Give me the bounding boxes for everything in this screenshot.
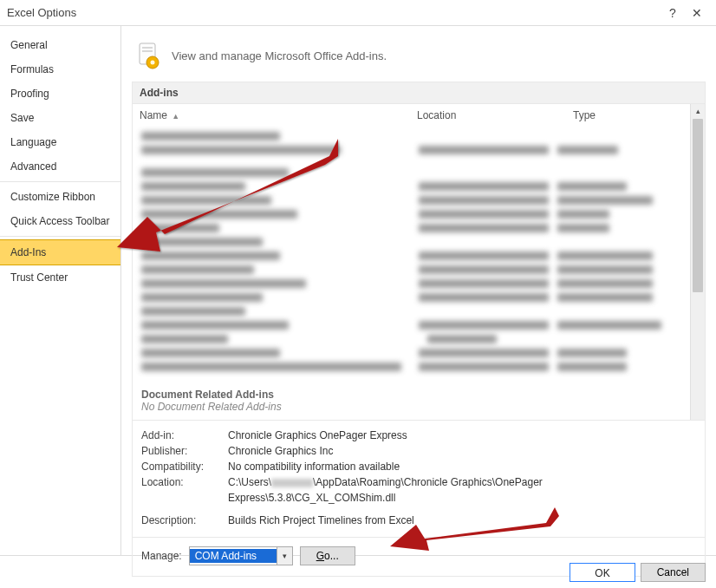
titlebar: Excel Options ? ✕: [0, 0, 716, 26]
detail-desc-label: Description:: [141, 513, 228, 528]
scroll-thumb[interactable]: [693, 119, 703, 292]
sidebar-item-trust-center[interactable]: Trust Center: [0, 265, 120, 290]
ok-button[interactable]: OK: [570, 563, 635, 582]
heading-text: View and manage Microsoft Office Add-ins…: [172, 49, 387, 62]
svg-point-4: [151, 61, 155, 65]
redacted-username: [271, 479, 313, 487]
help-icon[interactable]: ?: [661, 6, 685, 20]
heading: View and manage Microsoft Office Add-ins…: [132, 36, 706, 82]
svg-rect-1: [142, 47, 153, 49]
detail-publisher-label: Publisher:: [141, 443, 228, 459]
sidebar-item-advanced[interactable]: Advanced: [0, 154, 120, 179]
sidebar-item-formulas[interactable]: Formulas: [0, 57, 120, 82]
go-button[interactable]: Go...: [300, 546, 355, 565]
table-header: Name ▲ Location Type: [133, 104, 705, 127]
detail-desc-value: Builds Rich Project Timelines from Excel: [228, 513, 696, 528]
chevron-down-icon: ▾: [277, 547, 292, 565]
sidebar-item-add-ins[interactable]: Add-Ins: [0, 239, 120, 265]
detail-compat-label: Compatibility:: [141, 459, 228, 474]
doc-related-empty: No Document Related Add-ins: [141, 401, 696, 413]
document-related-addins: Document Related Add-ins No Document Rel…: [133, 382, 705, 420]
addins-rows-redacted: [133, 127, 705, 382]
scrollbar[interactable]: ▴: [690, 104, 705, 420]
addins-settings-icon: [135, 42, 161, 69]
section-title-addins: Add-ins: [132, 82, 706, 104]
close-icon[interactable]: ✕: [685, 6, 709, 20]
sort-asc-icon: ▲: [172, 112, 179, 121]
sidebar-item-customize-ribbon[interactable]: Customize Ribbon: [0, 185, 120, 209]
sidebar: General Formulas Proofing Save Language …: [0, 26, 121, 555]
sidebar-item-quick-access-toolbar[interactable]: Quick Access Toolbar: [0, 209, 120, 233]
sidebar-item-proofing[interactable]: Proofing: [0, 82, 120, 106]
window-title: Excel Options: [7, 6, 661, 19]
doc-related-title: Document Related Add-ins: [141, 389, 696, 401]
sidebar-item-language[interactable]: Language: [0, 130, 120, 154]
addin-details: Add-in:Chronicle Graphics OnePager Expre…: [133, 420, 705, 537]
scroll-up-icon[interactable]: ▴: [691, 104, 705, 119]
detail-addin-value: Chronicle Graphics OnePager Express: [228, 428, 696, 443]
detail-location-label: Location:: [141, 474, 228, 506]
sidebar-item-general[interactable]: General: [0, 33, 120, 57]
manage-dropdown[interactable]: COM Add-ins ▾: [189, 546, 293, 565]
col-name-header[interactable]: Name: [140, 109, 167, 121]
detail-location-value: C:\Users\\AppData\Roaming\Chronicle Grap…: [228, 474, 696, 506]
detail-compat-value: No compatibility information available: [228, 459, 696, 474]
addins-list: Name ▲ Location Type: [132, 104, 706, 577]
sidebar-item-save[interactable]: Save: [0, 106, 120, 130]
detail-addin-label: Add-in:: [141, 428, 228, 443]
manage-dropdown-value: COM Add-ins: [190, 549, 277, 563]
svg-rect-2: [142, 50, 153, 52]
col-type-header[interactable]: Type: [573, 109, 698, 121]
detail-publisher-value: Chronicle Graphics Inc: [228, 443, 696, 459]
col-location-header[interactable]: Location: [417, 109, 573, 121]
cancel-button[interactable]: Cancel: [641, 563, 706, 582]
manage-label: Manage:: [141, 550, 182, 562]
